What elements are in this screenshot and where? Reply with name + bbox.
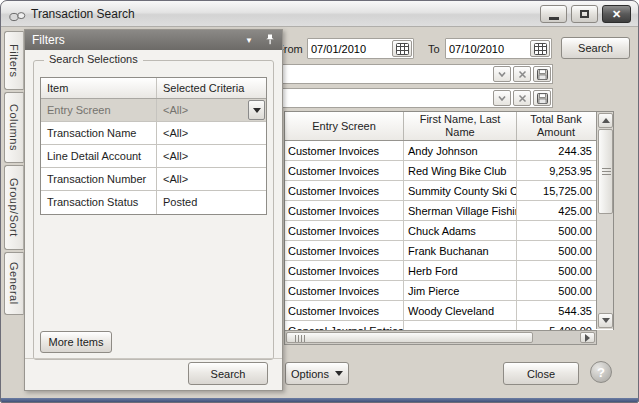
cell-amount: 425.00 xyxy=(517,201,595,220)
table-row[interactable]: Customer Invoices Frank Buchanan 500.00 xyxy=(285,241,613,261)
table-row[interactable]: Customer Invoices Woody Cleveland 544.35 xyxy=(285,301,613,321)
search-selections-group: Search Selections Item Selected Criteria… xyxy=(33,60,274,360)
vertical-scroll-thumb[interactable] xyxy=(598,129,613,214)
saved-search-field-2[interactable] xyxy=(271,88,553,108)
cell-entry-screen: Customer Invoices xyxy=(285,281,404,300)
question-mark-icon: ? xyxy=(597,365,605,380)
arrow-up-icon xyxy=(602,118,610,123)
close-icon: ✕ xyxy=(612,8,621,21)
close-button[interactable]: Close xyxy=(503,362,579,385)
cell-entry-screen: Customer Invoices xyxy=(285,261,404,280)
cell-entry-screen: Customer Invoices xyxy=(285,141,404,160)
saved-search-input-1[interactable] xyxy=(275,67,475,81)
from-date-input[interactable] xyxy=(311,41,389,56)
table-row[interactable]: Customer Invoices Summity County Ski Clu… xyxy=(285,181,613,201)
cell-amount: 500.00 xyxy=(517,241,595,260)
app-search-icon xyxy=(9,8,26,26)
item-column-header: Item xyxy=(41,78,157,98)
table-row[interactable]: Customer Invoices Chuck Adams 500.00 xyxy=(285,221,613,241)
panel-separator xyxy=(25,358,282,359)
chevron-down-icon xyxy=(497,94,507,102)
table-row[interactable]: Customer Invoices Red Wing Bike Club 9,2… xyxy=(285,161,613,181)
tab-general[interactable]: General xyxy=(4,252,24,315)
filters-panel-header[interactable]: Filters ▼ xyxy=(25,30,282,50)
filter-grid-header: Item Selected Criteria xyxy=(41,78,266,99)
horizontal-scroll-thumb[interactable] xyxy=(286,332,533,343)
scroll-up-button[interactable] xyxy=(598,113,613,128)
save-button[interactable] xyxy=(533,66,551,82)
maximize-icon xyxy=(580,10,589,18)
cell-amount: 500.00 xyxy=(517,261,595,280)
window-bottom-edge xyxy=(1,398,638,402)
cell-entry-screen: General Journal Entries xyxy=(285,321,404,330)
to-calendar-button[interactable] xyxy=(530,40,550,57)
filters-panel: Filters ▼ Search Selections Item Selecte… xyxy=(24,29,283,391)
criteria-dropdown-button[interactable] xyxy=(248,100,265,120)
cell-name: Sherman Village Fishing C xyxy=(404,201,517,220)
to-date-input[interactable] xyxy=(449,41,527,56)
filter-row-transaction-name[interactable]: Transaction Name <All> xyxy=(41,122,266,145)
to-date-field[interactable] xyxy=(445,38,552,59)
from-calendar-button[interactable] xyxy=(392,40,412,57)
scrollbar-corner xyxy=(597,330,614,345)
tab-group-sort[interactable]: Group/Sort xyxy=(4,165,24,250)
column-header-entry-screen[interactable]: Entry Screen xyxy=(285,112,404,140)
clear-x-icon xyxy=(518,70,527,79)
table-row[interactable]: General Journal Entries 5,400.00 xyxy=(285,321,613,330)
filter-row-transaction-number[interactable]: Transaction Number <All> xyxy=(41,168,266,191)
help-button[interactable]: ? xyxy=(590,361,612,383)
more-items-button[interactable]: More Items xyxy=(40,331,112,353)
to-label: To xyxy=(428,43,440,55)
filter-criteria-grid: Item Selected Criteria Entry Screen <All… xyxy=(40,77,267,215)
thumb-grip xyxy=(295,335,305,342)
cell-name: Frank Buchanan xyxy=(404,241,517,260)
table-row[interactable]: Customer Invoices Sherman Village Fishin… xyxy=(285,201,613,221)
pin-icon[interactable] xyxy=(265,31,275,49)
dropdown-button[interactable] xyxy=(493,66,511,82)
filters-search-button[interactable]: Search xyxy=(188,362,268,385)
cell-amount: 5,400.00 xyxy=(517,321,595,330)
window-title: Transaction Search xyxy=(31,7,135,21)
table-row[interactable]: Customer Invoices Andy Johnson 244.35 xyxy=(285,141,613,161)
cell-name: Chuck Adams xyxy=(404,221,517,240)
cell-name xyxy=(404,321,517,330)
search-button-main[interactable]: Search xyxy=(561,37,630,59)
filters-panel-title: Filters xyxy=(32,33,245,47)
cell-amount: 15,725.00 xyxy=(517,181,595,200)
saved-search-field-1[interactable] xyxy=(271,64,553,84)
chevron-down-icon xyxy=(335,371,343,376)
column-header-total-bank-amount[interactable]: Total Bank Amount xyxy=(517,112,595,140)
cell-entry-screen: Customer Invoices xyxy=(285,301,404,320)
table-row[interactable]: Customer Invoices Jim Pierce 500.00 xyxy=(285,281,613,301)
tab-columns[interactable]: Columns xyxy=(4,92,24,163)
minimize-button[interactable] xyxy=(540,5,567,23)
maximize-button[interactable] xyxy=(571,5,598,23)
dropdown-button[interactable] xyxy=(493,90,511,106)
table-row[interactable]: Customer Invoices Herb Ford 500.00 xyxy=(285,261,613,281)
clear-button[interactable] xyxy=(513,66,531,82)
from-date-field[interactable] xyxy=(307,38,414,59)
arrow-down-icon xyxy=(602,318,610,323)
cell-entry-screen: Customer Invoices xyxy=(285,181,404,200)
title-bar[interactable]: Transaction Search ✕ xyxy=(1,1,638,27)
group-title: Search Selections xyxy=(44,53,143,65)
filter-row-line-detail-account[interactable]: Line Detail Account <All> xyxy=(41,145,266,168)
horizontal-scrollbar[interactable] xyxy=(284,330,597,345)
arrow-right-icon xyxy=(585,334,590,342)
column-header-name[interactable]: First Name, Last Name xyxy=(404,112,517,140)
cell-amount: 500.00 xyxy=(517,221,595,240)
saved-search-input-2[interactable] xyxy=(275,91,475,105)
tab-filters[interactable]: Filters xyxy=(4,31,24,90)
filter-row-entry-screen[interactable]: Entry Screen <All> xyxy=(41,99,266,122)
cell-name: Andy Johnson xyxy=(404,141,517,160)
scroll-right-button[interactable] xyxy=(580,332,595,343)
panel-menu-chevron-icon[interactable]: ▼ xyxy=(245,36,253,45)
scroll-down-button[interactable] xyxy=(598,313,613,328)
filter-row-transaction-status[interactable]: Transaction Status Posted xyxy=(41,191,266,214)
save-button[interactable] xyxy=(533,90,551,106)
vertical-scrollbar[interactable] xyxy=(596,112,613,329)
close-window-button[interactable]: ✕ xyxy=(602,5,631,23)
clear-button[interactable] xyxy=(513,90,531,106)
cell-entry-screen: Customer Invoices xyxy=(285,241,404,260)
options-button[interactable]: Options xyxy=(285,362,349,385)
